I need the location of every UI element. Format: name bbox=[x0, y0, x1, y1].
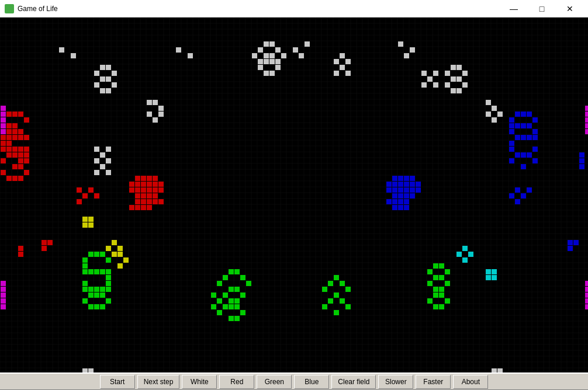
clear-field-button[interactable]: Clear field bbox=[331, 375, 376, 389]
title-controls: — □ ✕ bbox=[500, 0, 583, 18]
title-text: Game of Life bbox=[18, 5, 58, 13]
about-button[interactable]: About bbox=[453, 375, 488, 389]
game-canvas[interactable] bbox=[0, 18, 588, 372]
game-area[interactable] bbox=[0, 18, 588, 372]
red-button[interactable]: Red bbox=[219, 375, 254, 389]
maximize-button[interactable]: □ bbox=[528, 0, 555, 18]
green-button[interactable]: Green bbox=[257, 375, 292, 389]
title-bar: Game of Life — □ ✕ bbox=[0, 0, 588, 18]
start-button[interactable]: Start bbox=[100, 375, 135, 389]
app-icon bbox=[5, 4, 14, 13]
minimize-button[interactable]: — bbox=[500, 0, 527, 18]
slower-button[interactable]: Slower bbox=[378, 375, 413, 389]
title-left: Game of Life bbox=[5, 4, 58, 13]
faster-button[interactable]: Faster bbox=[416, 375, 451, 389]
next-step-button[interactable]: Next step bbox=[137, 375, 180, 389]
close-button[interactable]: ✕ bbox=[556, 0, 583, 18]
white-button[interactable]: White bbox=[182, 375, 217, 389]
toolbar: StartNext stepWhiteRedGreenBlueClear fie… bbox=[0, 372, 588, 390]
blue-button[interactable]: Blue bbox=[294, 375, 329, 389]
